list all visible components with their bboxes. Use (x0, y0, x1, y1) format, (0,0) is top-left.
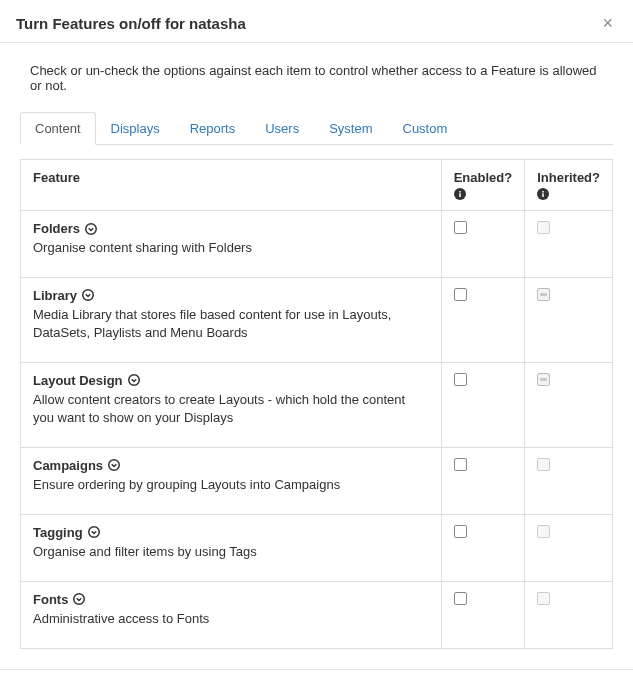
tab-content[interactable]: Content (20, 112, 96, 145)
inherited-cell (525, 581, 613, 648)
tab-users[interactable]: Users (250, 112, 314, 145)
chevron-down-circle-icon (73, 593, 85, 605)
feature-cell: Layout DesignAllow content creators to c… (21, 362, 442, 447)
feature-description: Media Library that stores file based con… (33, 306, 429, 342)
table-row: LibraryMedia Library that stores file ba… (21, 277, 613, 362)
enabled-cell (441, 362, 525, 447)
feature-name: Campaigns (33, 458, 103, 473)
inherited-checkbox (537, 592, 550, 605)
info-icon[interactable] (537, 188, 549, 200)
inherited-cell (525, 211, 613, 278)
chevron-down-circle-icon (82, 289, 94, 301)
table-row: FontsAdministrative access to Fonts (21, 581, 613, 648)
feature-name: Layout Design (33, 373, 123, 388)
info-icon[interactable] (454, 188, 466, 200)
inherited-checkbox (537, 525, 550, 538)
enabled-checkbox[interactable] (454, 288, 467, 301)
feature-name: Folders (33, 221, 80, 236)
enabled-checkbox[interactable] (454, 373, 467, 386)
feature-cell: CampaignsEnsure ordering by grouping Lay… (21, 447, 442, 514)
feature-cell: LibraryMedia Library that stores file ba… (21, 277, 442, 362)
table-row: Layout DesignAllow content creators to c… (21, 362, 613, 447)
modal-body: Check or un-check the options against ea… (0, 43, 633, 669)
feature-name-row[interactable]: Fonts (33, 592, 429, 607)
chevron-down-circle-icon (85, 223, 97, 235)
chevron-down-circle-icon (108, 459, 120, 471)
enabled-cell (441, 277, 525, 362)
tab-system[interactable]: System (314, 112, 387, 145)
inherited-checkbox (537, 373, 550, 386)
feature-name: Fonts (33, 592, 68, 607)
enabled-checkbox[interactable] (454, 525, 467, 538)
enabled-cell (441, 211, 525, 278)
feature-description: Organise and filter items by using Tags (33, 543, 429, 561)
feature-name: Library (33, 288, 77, 303)
enabled-checkbox[interactable] (454, 221, 467, 234)
feature-description: Organise content sharing with Folders (33, 239, 429, 257)
table-row: TaggingOrganise and filter items by usin… (21, 514, 613, 581)
inherited-checkbox (537, 458, 550, 471)
feature-name-row[interactable]: Folders (33, 221, 429, 236)
column-header-inherited: Inherited? (525, 160, 613, 211)
inherited-checkbox (537, 221, 550, 234)
tab-reports[interactable]: Reports (175, 112, 251, 145)
feature-name: Tagging (33, 525, 83, 540)
feature-description: Ensure ordering by grouping Layouts into… (33, 476, 429, 494)
chevron-down-circle-icon (88, 526, 100, 538)
enabled-checkbox[interactable] (454, 458, 467, 471)
modal-turn-features: Turn Features on/off for natasha × Check… (0, 0, 633, 673)
enabled-checkbox[interactable] (454, 592, 467, 605)
feature-cell: FoldersOrganise content sharing with Fol… (21, 211, 442, 278)
enabled-cell (441, 447, 525, 514)
table-row: CampaignsEnsure ordering by grouping Lay… (21, 447, 613, 514)
close-icon[interactable]: × (598, 14, 617, 32)
column-header-enabled-label: Enabled? (454, 170, 513, 185)
modal-title: Turn Features on/off for natasha (16, 15, 246, 32)
inherited-cell (525, 447, 613, 514)
modal-description: Check or un-check the options against ea… (30, 63, 609, 93)
tab-displays[interactable]: Displays (96, 112, 175, 145)
column-header-feature-label: Feature (33, 170, 80, 185)
feature-name-row[interactable]: Tagging (33, 525, 429, 540)
feature-description: Allow content creators to create Layouts… (33, 391, 429, 427)
column-header-feature: Feature (21, 160, 442, 211)
tab-custom[interactable]: Custom (388, 112, 463, 145)
feature-cell: TaggingOrganise and filter items by usin… (21, 514, 442, 581)
column-header-enabled: Enabled? (441, 160, 525, 211)
chevron-down-circle-icon (128, 374, 140, 386)
column-header-inherited-label: Inherited? (537, 170, 600, 185)
enabled-cell (441, 581, 525, 648)
modal-footer: Help Cancel Save (0, 669, 633, 674)
modal-header: Turn Features on/off for natasha × (0, 0, 633, 43)
tabs-nav: ContentDisplaysReportsUsersSystemCustom (20, 111, 613, 145)
table-row: FoldersOrganise content sharing with Fol… (21, 211, 613, 278)
inherited-cell (525, 277, 613, 362)
inherited-cell (525, 514, 613, 581)
feature-description: Administrative access to Fonts (33, 610, 429, 628)
feature-name-row[interactable]: Campaigns (33, 458, 429, 473)
inherited-checkbox (537, 288, 550, 301)
feature-name-row[interactable]: Layout Design (33, 373, 429, 388)
inherited-cell (525, 362, 613, 447)
feature-cell: FontsAdministrative access to Fonts (21, 581, 442, 648)
enabled-cell (441, 514, 525, 581)
feature-table: Feature Enabled? Inherited? (20, 159, 613, 649)
feature-name-row[interactable]: Library (33, 288, 429, 303)
